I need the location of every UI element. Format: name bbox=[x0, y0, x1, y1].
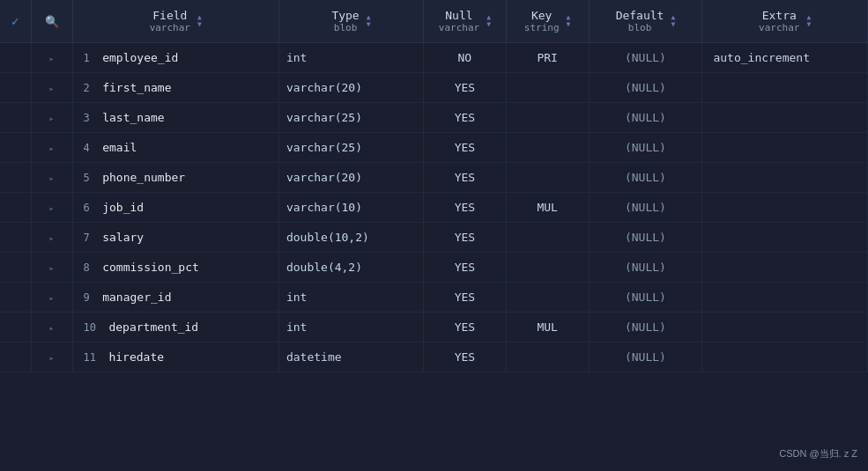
row-expand-arrow[interactable]: ▸ bbox=[31, 163, 72, 193]
key-col-label: Key bbox=[524, 9, 560, 22]
search-column-header[interactable]: 🔍 bbox=[31, 0, 72, 43]
row-number: 10 bbox=[84, 321, 109, 334]
row-type: varchar(20) bbox=[278, 163, 423, 193]
row-key bbox=[506, 342, 589, 372]
row-expand-arrow[interactable]: ▸ bbox=[31, 133, 72, 163]
extra-column-header[interactable]: Extra varchar ▲▼ bbox=[702, 0, 868, 43]
row-checkbox-cell[interactable] bbox=[0, 313, 31, 342]
row-checkbox-cell[interactable] bbox=[0, 73, 31, 103]
field-value: manager_id bbox=[102, 291, 171, 304]
expand-icon: ▸ bbox=[49, 173, 55, 183]
row-expand-arrow[interactable]: ▸ bbox=[31, 313, 72, 342]
row-expand-arrow[interactable]: ▸ bbox=[31, 342, 72, 372]
row-null: YES bbox=[424, 283, 507, 313]
row-expand-arrow[interactable]: ▸ bbox=[31, 283, 72, 313]
row-checkbox-cell[interactable] bbox=[0, 253, 31, 283]
table-row[interactable]: ▸3 last_namevarchar(25)YES(NULL) bbox=[0, 103, 868, 133]
row-number: 6 bbox=[84, 202, 103, 214]
row-expand-arrow[interactable]: ▸ bbox=[31, 223, 72, 253]
row-checkbox-cell[interactable] bbox=[0, 43, 31, 73]
row-default: (NULL) bbox=[589, 313, 702, 342]
row-key bbox=[506, 133, 589, 163]
table-row[interactable]: ▸11 hiredatedatetimeYES(NULL) bbox=[0, 342, 868, 372]
key-sort-arrows[interactable]: ▲▼ bbox=[567, 14, 571, 28]
row-null: YES bbox=[424, 223, 507, 253]
row-number: 2 bbox=[84, 82, 103, 94]
table-row[interactable]: ▸8 commission_pctdouble(4,2)YES(NULL) bbox=[0, 253, 868, 283]
table-row[interactable]: ▸1 employee_idintNOPRI(NULL)auto_increme… bbox=[0, 43, 868, 73]
table-row[interactable]: ▸9 manager_idintYES(NULL) bbox=[0, 283, 868, 313]
checkbox-column-header[interactable]: ✓ bbox=[0, 0, 31, 43]
row-extra bbox=[702, 133, 868, 163]
row-extra bbox=[702, 193, 868, 223]
row-key bbox=[506, 283, 589, 313]
row-expand-arrow[interactable]: ▸ bbox=[31, 103, 72, 133]
row-number: 5 bbox=[84, 172, 103, 184]
row-key bbox=[506, 163, 589, 193]
table-row[interactable]: ▸4 emailvarchar(25)YES(NULL) bbox=[0, 133, 868, 163]
row-default: (NULL) bbox=[589, 193, 702, 223]
row-type: int bbox=[278, 313, 423, 342]
row-checkbox-cell[interactable] bbox=[0, 283, 31, 313]
table-row[interactable]: ▸5 phone_numbervarchar(20)YES(NULL) bbox=[0, 163, 868, 193]
row-checkbox-cell[interactable] bbox=[0, 133, 31, 163]
row-default: (NULL) bbox=[589, 103, 702, 133]
row-checkbox-cell[interactable] bbox=[0, 342, 31, 372]
row-expand-arrow[interactable]: ▸ bbox=[31, 43, 72, 73]
extra-col-type: varchar bbox=[759, 22, 799, 33]
expand-icon: ▸ bbox=[49, 84, 55, 93]
row-type: varchar(25) bbox=[278, 103, 423, 133]
watermark: CSDN @当归. z Z bbox=[779, 447, 857, 460]
row-checkbox-cell[interactable] bbox=[0, 103, 31, 133]
table-row[interactable]: ▸10 department_idintYESMUL(NULL) bbox=[0, 313, 868, 342]
row-key: MUL bbox=[506, 193, 589, 223]
table-row[interactable]: ▸6 job_idvarchar(10)YESMUL(NULL) bbox=[0, 193, 868, 223]
row-null: YES bbox=[424, 73, 507, 103]
row-expand-arrow[interactable]: ▸ bbox=[31, 253, 72, 283]
row-null: YES bbox=[424, 313, 507, 342]
row-type: varchar(25) bbox=[278, 133, 423, 163]
row-number: 1 bbox=[84, 52, 103, 64]
row-key: MUL bbox=[506, 313, 589, 342]
field-value: job_id bbox=[102, 201, 144, 214]
select-all-checkbox[interactable]: ✓ bbox=[11, 14, 19, 28]
row-key bbox=[506, 103, 589, 133]
field-sort-arrows[interactable]: ▲▼ bbox=[197, 14, 202, 28]
type-sort-arrows[interactable]: ▲▼ bbox=[367, 14, 371, 28]
expand-icon: ▸ bbox=[49, 233, 55, 243]
field-value: salary bbox=[102, 231, 144, 244]
row-field: 7 salary bbox=[72, 223, 278, 253]
type-column-header[interactable]: Type blob ▲▼ bbox=[278, 0, 423, 43]
default-column-header[interactable]: Default blob ▲▼ bbox=[589, 0, 702, 43]
key-column-header[interactable]: Key string ▲▼ bbox=[506, 0, 589, 43]
row-expand-arrow[interactable]: ▸ bbox=[31, 73, 72, 103]
row-type: varchar(10) bbox=[278, 193, 423, 223]
field-value: commission_pct bbox=[102, 261, 199, 274]
row-checkbox-cell[interactable] bbox=[0, 163, 31, 193]
extra-sort-arrows[interactable]: ▲▼ bbox=[806, 14, 811, 28]
row-type: double(4,2) bbox=[278, 253, 423, 283]
default-sort-arrows[interactable]: ▲▼ bbox=[671, 14, 675, 28]
row-field: 10 department_id bbox=[72, 313, 278, 342]
row-default: (NULL) bbox=[589, 73, 702, 103]
row-expand-arrow[interactable]: ▸ bbox=[31, 193, 72, 223]
field-column-header[interactable]: Field varchar ▲▼ bbox=[72, 0, 278, 43]
row-null: YES bbox=[424, 253, 507, 283]
null-col-label: Null bbox=[439, 9, 479, 22]
row-null: YES bbox=[424, 342, 507, 372]
row-extra bbox=[702, 253, 868, 283]
null-col-type: varchar bbox=[439, 22, 479, 33]
table-row[interactable]: ▸2 first_namevarchar(20)YES(NULL) bbox=[0, 73, 868, 103]
null-column-header[interactable]: Null varchar ▲▼ bbox=[424, 0, 507, 43]
row-field: 6 job_id bbox=[72, 193, 278, 223]
row-checkbox-cell[interactable] bbox=[0, 223, 31, 253]
table-row[interactable]: ▸7 salarydouble(10,2)YES(NULL) bbox=[0, 223, 868, 253]
row-key: PRI bbox=[506, 43, 589, 73]
row-checkbox-cell[interactable] bbox=[0, 193, 31, 223]
field-value: last_name bbox=[102, 111, 164, 124]
row-field: 1 employee_id bbox=[72, 43, 278, 73]
row-default: (NULL) bbox=[589, 342, 702, 372]
row-field: 5 phone_number bbox=[72, 163, 278, 193]
null-sort-arrows[interactable]: ▲▼ bbox=[486, 14, 491, 28]
row-default: (NULL) bbox=[589, 43, 702, 73]
